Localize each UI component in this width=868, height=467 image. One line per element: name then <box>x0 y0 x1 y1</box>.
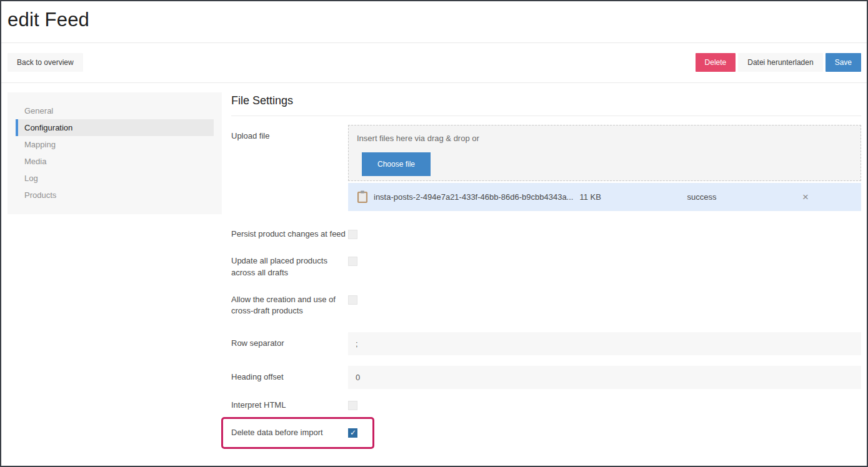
sidebar-item-media[interactable]: Media <box>16 153 214 170</box>
toolbar-right-actions: Delete Datei herunterladen Save <box>696 53 861 72</box>
allow-cross-draft-products-label: Allow the creation and use of cross-draf… <box>231 294 348 318</box>
row-separator-row: Row separator <box>231 332 861 355</box>
persist-product-changes-row: Persist product changes at feed <box>231 229 861 240</box>
back-to-overview-button[interactable]: Back to overview <box>7 53 83 72</box>
edit-feed-page: edit Feed Back to overview Delete Datei … <box>0 0 868 467</box>
delete-data-before-import-label: Delete data before import <box>231 427 348 439</box>
download-file-button[interactable]: Datei herunterladen <box>738 53 822 72</box>
settings-sidebar: General Configuration Mapping Media Log … <box>7 92 222 214</box>
delete-data-before-import-row-highlighted: Delete data before import <box>221 417 374 449</box>
update-all-placed-products-row: Update all placed products across all dr… <box>231 255 861 279</box>
interpret-html-row: Interpret HTML <box>231 400 861 411</box>
clipboard-file-icon <box>357 190 368 204</box>
file-dropzone[interactable]: Insert files here via drag & drop or Cho… <box>348 125 861 181</box>
heading-offset-row: Heading offset <box>231 366 861 389</box>
save-button[interactable]: Save <box>826 53 861 72</box>
page-header: edit Feed <box>1 1 867 43</box>
content-area: General Configuration Mapping Media Log … <box>1 83 867 449</box>
uploaded-file-name: insta-posts-2-494e7a21-433f-46bb-86d6-b9… <box>374 192 573 202</box>
dropzone-hint-text: Insert files here via drag & drop or <box>357 134 852 143</box>
update-all-placed-products-checkbox[interactable] <box>348 257 357 266</box>
persist-product-changes-label: Persist product changes at feed <box>231 229 348 240</box>
choose-file-button[interactable]: Choose file <box>362 152 431 176</box>
allow-cross-draft-products-checkbox[interactable] <box>348 295 357 305</box>
page-title: edit Feed <box>7 9 861 31</box>
sidebar-item-log[interactable]: Log <box>16 170 214 187</box>
upload-file-row: Upload file Insert files here via drag &… <box>231 125 861 211</box>
allow-cross-draft-products-row: Allow the creation and use of cross-draf… <box>231 294 861 318</box>
file-settings-panel: File Settings Upload file Insert files h… <box>231 92 861 449</box>
interpret-html-label: Interpret HTML <box>231 400 348 411</box>
upload-status-badge: success <box>687 192 717 202</box>
section-title: File Settings <box>231 94 861 107</box>
persist-product-changes-checkbox[interactable] <box>348 230 357 239</box>
sidebar-item-products[interactable]: Products <box>16 187 214 204</box>
row-separator-label: Row separator <box>231 332 348 350</box>
remove-file-icon[interactable]: × <box>802 192 809 202</box>
delete-button[interactable]: Delete <box>696 53 736 72</box>
uploaded-file-size: 11 KB <box>579 192 601 202</box>
upload-file-field: Insert files here via drag & drop or Cho… <box>348 125 861 211</box>
delete-data-before-import-checkbox[interactable] <box>348 428 357 438</box>
sidebar-item-general[interactable]: General <box>16 102 214 119</box>
section-divider <box>231 116 861 116</box>
sidebar-item-mapping[interactable]: Mapping <box>16 136 214 153</box>
toolbar: Back to overview Delete Datei herunterla… <box>1 43 867 83</box>
heading-offset-input[interactable] <box>348 366 861 389</box>
interpret-html-checkbox[interactable] <box>348 401 357 410</box>
row-separator-input[interactable] <box>348 332 861 355</box>
upload-file-label: Upload file <box>231 125 348 142</box>
update-all-placed-products-label: Update all placed products across all dr… <box>231 255 348 279</box>
uploaded-file-row: insta-posts-2-494e7a21-433f-46bb-86d6-b9… <box>348 183 861 211</box>
sidebar-item-configuration[interactable]: Configuration <box>16 119 214 136</box>
heading-offset-label: Heading offset <box>231 366 348 383</box>
